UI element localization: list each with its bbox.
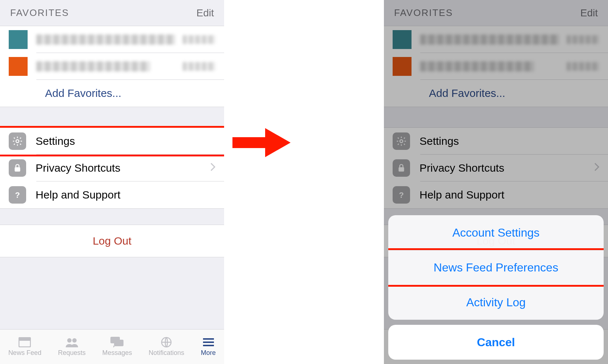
favorites-header: FAVORITES Edit: [0, 0, 224, 26]
add-favorites-row[interactable]: Add Favorites...: [0, 80, 224, 107]
svg-rect-4: [19, 338, 31, 341]
favorites-edit-button[interactable]: Edit: [196, 7, 214, 19]
tab-label: Requests: [58, 349, 86, 357]
lock-icon: [9, 159, 26, 177]
tab-notifications[interactable]: Notifications: [149, 337, 184, 357]
tab-label: News Feed: [8, 349, 41, 357]
favorites-list: Add Favorites...: [0, 26, 224, 107]
svg-rect-1: [15, 167, 20, 172]
favorite-meta-redacted: [183, 62, 215, 71]
screen-right: FAVORITES Edit Add Favorites...: [384, 0, 608, 364]
chevron-right-icon: [210, 162, 215, 174]
activity-log-button[interactable]: Activity Log: [388, 285, 604, 320]
cancel-label: Cancel: [477, 336, 515, 349]
favorite-row[interactable]: [0, 53, 224, 80]
favorite-meta-redacted: [183, 35, 215, 44]
privacy-shortcuts-label: Privacy Shortcuts: [36, 162, 210, 174]
favorite-row[interactable]: [0, 26, 224, 53]
gap-area: [224, 0, 384, 364]
tab-bar: News Feed Requests Messages Notification…: [0, 329, 224, 364]
svg-point-5: [67, 338, 72, 343]
settings-list: Settings Privacy Shortcuts ? Help a: [0, 127, 224, 209]
favorites-title: FAVORITES: [10, 7, 69, 19]
action-sheet-group: Account Settings News Feed Preferences A…: [388, 215, 604, 320]
account-settings-label: Account Settings: [452, 226, 539, 240]
news-feed-icon: [18, 337, 32, 348]
action-sheet: Account Settings News Feed Preferences A…: [388, 215, 604, 360]
arrow-icon: [232, 126, 291, 159]
account-settings-button[interactable]: Account Settings: [388, 215, 604, 250]
svg-point-0: [16, 140, 19, 143]
settings-row[interactable]: Settings: [0, 128, 224, 155]
tab-label: Notifications: [149, 349, 184, 357]
tab-news-feed[interactable]: News Feed: [8, 337, 41, 357]
activity-log-label: Activity Log: [466, 296, 526, 309]
globe-icon: [159, 337, 173, 348]
favorite-name-redacted: [36, 61, 150, 71]
news-feed-preferences-label: News Feed Preferences: [434, 261, 558, 274]
messages-icon: [110, 337, 124, 348]
add-favorites-label: Add Favorites...: [9, 87, 121, 99]
privacy-shortcuts-row[interactable]: Privacy Shortcuts: [0, 155, 224, 181]
log-out-row[interactable]: Log Out: [0, 225, 224, 257]
favorite-avatar: [9, 57, 28, 76]
tab-label: More: [201, 349, 216, 357]
svg-text:?: ?: [15, 191, 20, 200]
help-support-row[interactable]: ? Help and Support: [0, 181, 224, 208]
cancel-button[interactable]: Cancel: [388, 325, 604, 360]
log-out-label: Log Out: [93, 235, 131, 247]
tab-requests[interactable]: Requests: [58, 337, 86, 357]
question-icon: ?: [9, 186, 26, 204]
hamburger-icon: [202, 337, 215, 348]
favorite-avatar: [9, 30, 28, 49]
requests-icon: [65, 337, 79, 348]
tab-messages[interactable]: Messages: [102, 337, 132, 357]
gear-icon: [9, 132, 26, 150]
svg-rect-8: [114, 340, 123, 346]
svg-point-6: [72, 338, 77, 343]
news-feed-preferences-button[interactable]: News Feed Preferences: [388, 250, 604, 285]
favorite-name-redacted: [36, 34, 175, 45]
help-support-label: Help and Support: [36, 189, 215, 201]
screen-left: FAVORITES Edit Add Favorites...: [0, 0, 224, 364]
settings-label: Settings: [36, 135, 215, 147]
tab-label: Messages: [102, 349, 132, 357]
tab-more[interactable]: More: [201, 337, 216, 357]
